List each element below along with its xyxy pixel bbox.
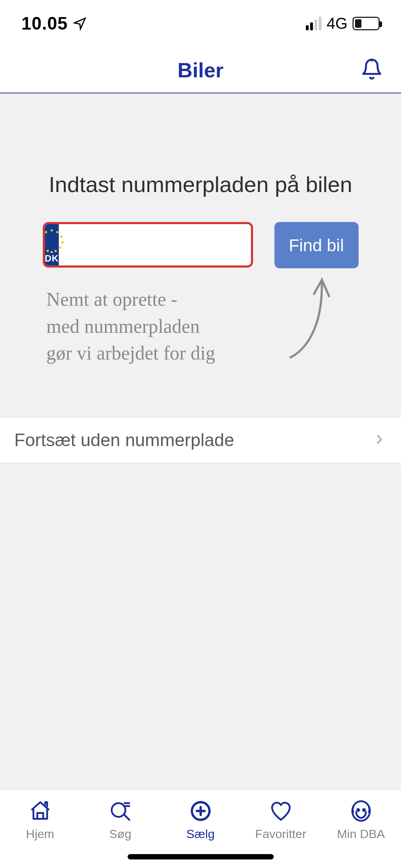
- svg-point-8: [43, 246, 45, 248]
- svg-point-3: [61, 241, 63, 243]
- tab-sell[interactable]: Sælg: [160, 799, 241, 841]
- svg-point-0: [51, 229, 53, 231]
- profile-icon: [349, 799, 373, 823]
- tab-bar: Hjem Søg Sælg: [0, 790, 401, 868]
- hint-arrow-icon: [283, 268, 333, 362]
- signal-icon: [306, 17, 322, 30]
- svg-point-20: [357, 809, 359, 811]
- tab-label: Søg: [109, 827, 131, 841]
- plate-section: Indtast nummerpladen på bilen: [0, 93, 401, 417]
- tab-favorites[interactable]: Favoritter: [241, 799, 321, 841]
- home-indicator[interactable]: [128, 854, 274, 859]
- hint-line-1: Nemt at oprette -: [46, 289, 177, 310]
- status-time: 10.05: [21, 13, 68, 34]
- page-title: Biler: [178, 58, 223, 82]
- tab-search[interactable]: Søg: [80, 799, 160, 841]
- tab-label: Min DBA: [337, 827, 385, 841]
- empty-space: [0, 463, 401, 790]
- eu-stars-icon: [43, 227, 66, 257]
- svg-point-11: [45, 231, 47, 233]
- svg-point-21: [363, 809, 365, 811]
- notifications-button[interactable]: [360, 58, 383, 82]
- plus-circle-icon: [189, 799, 212, 823]
- eu-band: DK: [45, 224, 59, 265]
- svg-line-13: [124, 815, 129, 820]
- hint-note: Nemt at oprette - med nummerpladen gør v…: [14, 283, 387, 396]
- hint-line-2: med nummerpladen: [46, 316, 200, 337]
- find-car-button[interactable]: Find bil: [274, 222, 359, 268]
- search-icon: [109, 799, 132, 823]
- continue-without-plate-row[interactable]: Fortsæt uden nummerplade: [0, 417, 401, 463]
- svg-point-2: [60, 236, 62, 238]
- license-plate-field[interactable]: DK: [43, 222, 253, 268]
- home-icon: [29, 799, 52, 823]
- svg-point-6: [51, 251, 53, 253]
- tab-mydba[interactable]: Min DBA: [321, 799, 401, 841]
- heart-icon: [269, 799, 293, 823]
- svg-point-4: [59, 246, 61, 248]
- bell-icon: [360, 76, 383, 82]
- chevron-right-icon: [372, 432, 387, 448]
- svg-point-1: [56, 231, 58, 233]
- status-bar: 10.05 4G: [0, 0, 401, 47]
- svg-point-12: [112, 803, 125, 817]
- network-label: 4G: [327, 15, 348, 32]
- tab-label: Favoritter: [255, 827, 307, 841]
- skip-label: Fortsæt uden nummerplade: [14, 430, 234, 450]
- plate-input[interactable]: [59, 224, 253, 265]
- svg-point-5: [55, 250, 57, 252]
- tab-home[interactable]: Hjem: [0, 799, 80, 841]
- svg-point-10: [43, 236, 43, 238]
- tab-label: Sælg: [186, 827, 215, 841]
- svg-point-7: [47, 250, 49, 252]
- battery-icon: [353, 17, 380, 30]
- location-arrow-icon: [73, 16, 87, 31]
- tab-label: Hjem: [26, 827, 54, 841]
- hint-line-3: gør vi arbejdet for dig: [46, 342, 215, 364]
- plate-heading: Indtast nummerpladen på bilen: [14, 172, 387, 197]
- nav-header: Biler: [0, 47, 401, 93]
